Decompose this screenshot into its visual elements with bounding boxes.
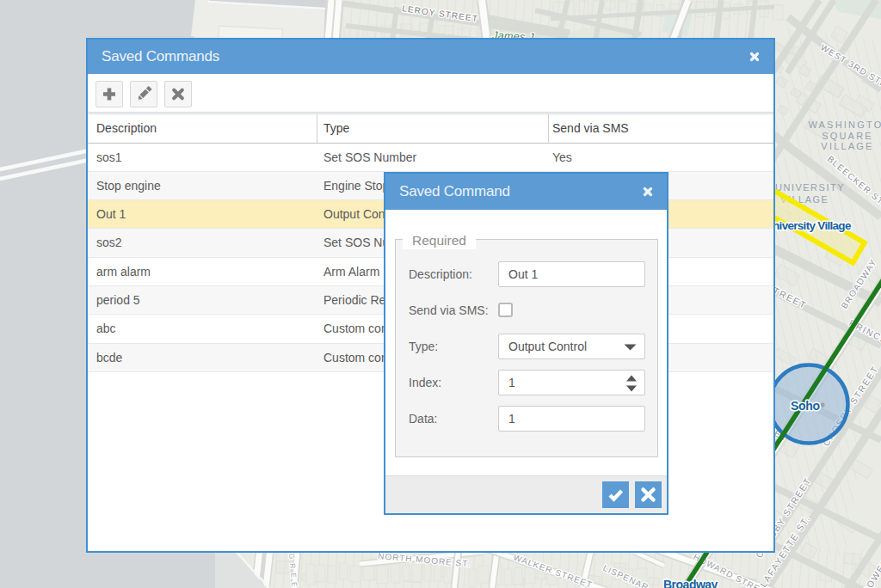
svg-text:SQUARE: SQUARE <box>822 131 873 141</box>
svg-text:VILLAGE: VILLAGE <box>821 141 873 151</box>
svg-text:WASHINGTON: WASHINGTON <box>808 119 881 130</box>
svg-text:Broadway: Broadway <box>663 578 718 588</box>
svg-text:Soho: Soho <box>791 399 820 413</box>
svg-text:University Village: University Village <box>765 219 852 232</box>
svg-text:UNIVERSITY: UNIVERSITY <box>775 182 845 193</box>
